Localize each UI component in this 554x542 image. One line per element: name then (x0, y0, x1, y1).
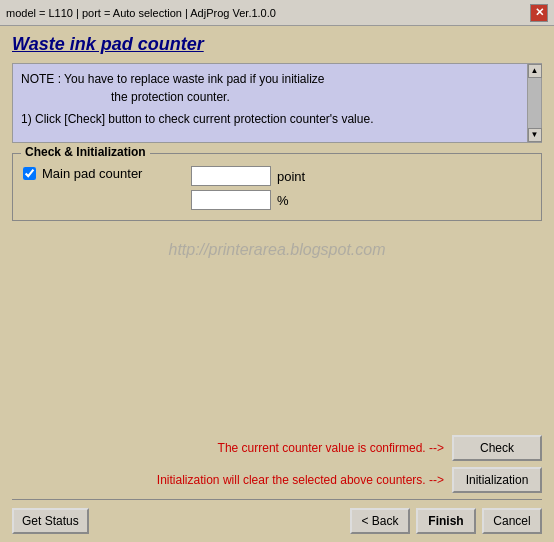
page-title: Waste ink pad counter (12, 34, 542, 55)
note-line3: 1) Click [Check] button to check current… (21, 110, 517, 128)
check-init-group: Check & Initialization Main pad counter … (12, 153, 542, 221)
finish-button[interactable]: Finish (416, 508, 476, 534)
percent-input[interactable] (191, 190, 271, 210)
init-label: Initialization will clear the selected a… (157, 473, 444, 487)
main-pad-text: Main pad counter (42, 166, 142, 181)
percent-unit: % (277, 193, 289, 208)
bottom-right: < Back Finish Cancel (350, 508, 542, 534)
check-button[interactable]: Check (452, 435, 542, 461)
bottom-bar: Get Status < Back Finish Cancel (12, 499, 542, 534)
scroll-down[interactable]: ▼ (528, 128, 542, 142)
back-button[interactable]: < Back (350, 508, 410, 534)
note-line1: NOTE : You have to replace waste ink pad… (21, 70, 517, 88)
bottom-left: Get Status (12, 508, 89, 534)
main-pad-label[interactable]: Main pad counter (23, 166, 183, 181)
counter-fields: point % (191, 166, 305, 210)
main-content: Waste ink pad counter NOTE : You have to… (0, 26, 554, 542)
titlebar: model = L110 | port = Auto selection | A… (0, 0, 554, 26)
group-label: Check & Initialization (21, 145, 150, 159)
scroll-track (528, 78, 541, 128)
note-line2: the protection counter. (21, 88, 517, 106)
watermark: http://printerarea.blogspot.com (12, 241, 542, 259)
check-label: The current counter value is confirmed. … (218, 441, 444, 455)
get-status-button[interactable]: Get Status (12, 508, 89, 534)
titlebar-text: model = L110 | port = Auto selection | A… (6, 7, 276, 19)
note-content: NOTE : You have to replace waste ink pad… (21, 70, 533, 128)
percent-row: % (191, 190, 305, 210)
main-pad-checkbox[interactable] (23, 167, 36, 180)
scroll-up[interactable]: ▲ (528, 64, 542, 78)
close-button[interactable]: ✕ (530, 4, 548, 22)
spacer (12, 279, 542, 435)
counter-row: Main pad counter point % (23, 166, 531, 210)
point-unit: point (277, 169, 305, 184)
check-action-row: The current counter value is confirmed. … (12, 435, 542, 461)
point-row: point (191, 166, 305, 186)
point-input[interactable] (191, 166, 271, 186)
note-scrollbar: ▲ ▼ (527, 64, 541, 142)
initialization-button[interactable]: Initialization (452, 467, 542, 493)
init-action-row: Initialization will clear the selected a… (12, 467, 542, 493)
note-box: NOTE : You have to replace waste ink pad… (12, 63, 542, 143)
cancel-button[interactable]: Cancel (482, 508, 542, 534)
